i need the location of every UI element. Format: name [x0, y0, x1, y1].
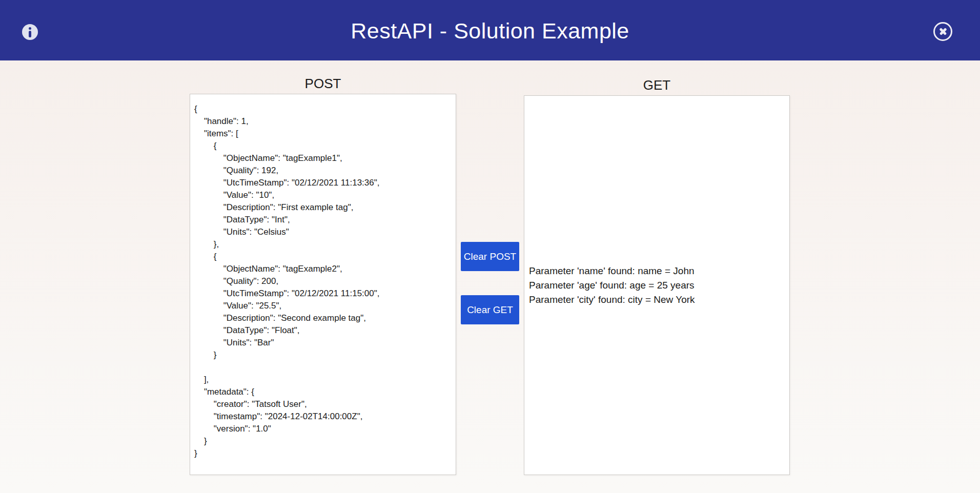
post-json-content: { "handle": 1, "items": [ { "ObjectName"…	[190, 94, 456, 468]
close-icon[interactable]	[933, 22, 952, 41]
page-title: RestAPI - Solution Example	[0, 18, 980, 44]
post-panel-title: POST	[190, 76, 456, 92]
title-bar: RestAPI - Solution Example	[0, 0, 980, 60]
post-json-textarea[interactable]: { "handle": 1, "items": [ { "ObjectName"…	[190, 94, 456, 475]
get-panel-title: GET	[524, 77, 790, 93]
clear-get-button[interactable]: Clear GET	[461, 295, 519, 324]
get-result-area[interactable]: Parameter 'name' found: name = John Para…	[524, 95, 790, 475]
get-result-content: Parameter 'name' found: name = John Para…	[524, 264, 695, 307]
clear-post-button[interactable]: Clear POST	[461, 242, 519, 271]
